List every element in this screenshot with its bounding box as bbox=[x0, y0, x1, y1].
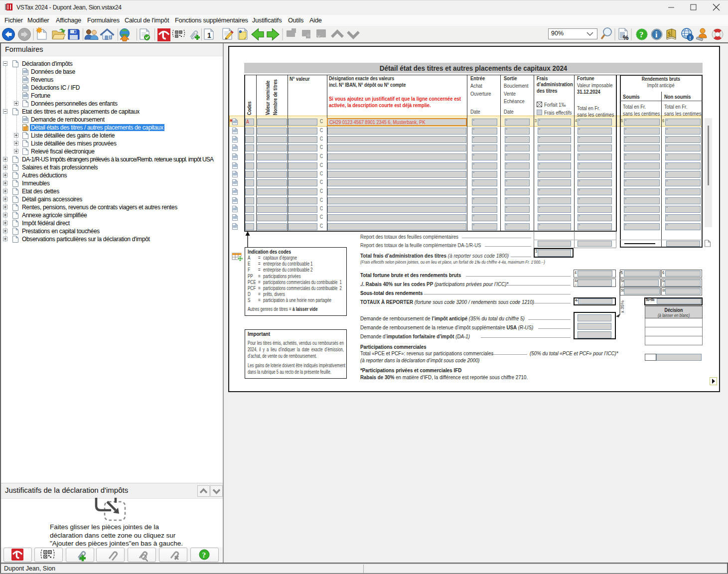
svg-text:?: ? bbox=[639, 30, 644, 39]
svg-text:%: % bbox=[623, 34, 629, 41]
svg-text:?: ? bbox=[202, 551, 206, 559]
svg-text:!: ! bbox=[689, 35, 691, 41]
svg-text:i: i bbox=[655, 30, 658, 39]
svg-text:$: $ bbox=[668, 30, 671, 37]
